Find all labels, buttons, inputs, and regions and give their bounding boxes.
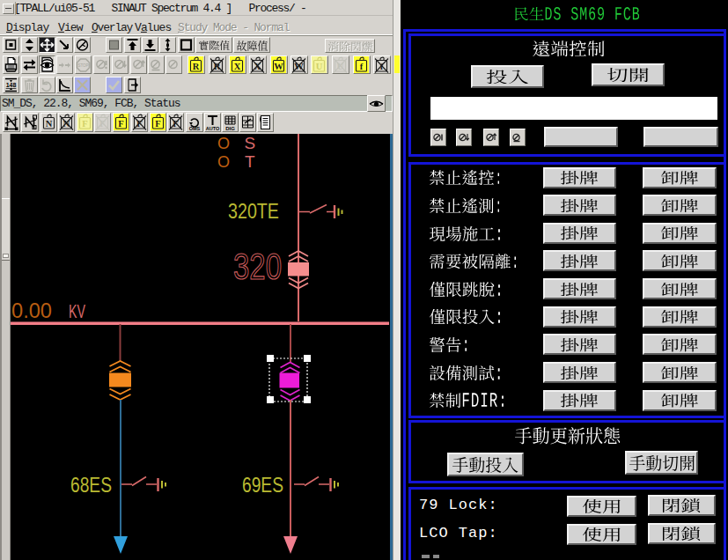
svg-text:F: F (155, 119, 160, 129)
svg-text:69ES: 69ES (242, 473, 283, 497)
svg-text:0.00: 0.00 (11, 298, 52, 322)
svg-text:R: R (193, 62, 200, 71)
svg-text:U: U (316, 62, 323, 71)
svg-text:N: N (46, 119, 53, 129)
svg-text:OMS: OMS (189, 126, 201, 131)
svg-text:KV: KV (69, 300, 85, 322)
svg-text:O: O (217, 135, 230, 152)
svg-text:W: W (274, 62, 283, 71)
svg-text:f: f (360, 62, 364, 71)
svg-text:T: T (245, 152, 255, 171)
svg-text:X: X (234, 62, 241, 71)
svg-text:AUTO: AUTO (206, 126, 220, 131)
svg-text:O: O (217, 153, 230, 171)
svg-text:68ES: 68ES (70, 473, 112, 497)
svg-text:320: 320 (233, 245, 282, 287)
svg-text:148: 148 (6, 82, 17, 88)
svg-text:STOP: STOP (77, 63, 88, 68)
svg-text:DIG: DIG (225, 126, 235, 131)
svg-text:S: S (245, 134, 256, 152)
svg-text:F: F (118, 119, 123, 129)
svg-text:F: F (82, 119, 87, 129)
svg-text:320TE: 320TE (228, 199, 279, 223)
